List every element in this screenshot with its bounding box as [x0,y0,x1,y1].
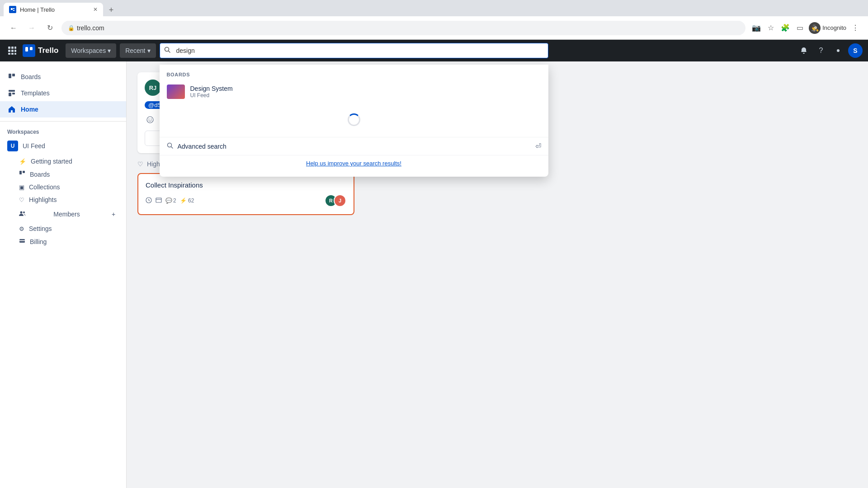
recent-button[interactable]: Recent ▾ [120,43,156,58]
svg-rect-10 [25,47,28,52]
board-info: Design System UI Feed [190,85,233,99]
home-icon [7,105,16,114]
incognito-profile[interactable]: 🕵 Incognito [809,22,846,34]
tab-close-button[interactable]: ✕ [93,6,98,13]
highlights-icon: ♡ [19,197,24,203]
card-icon-4: ⚡ 62 [180,197,194,204]
workspace-name: UI Feed [23,142,45,150]
search-input-wrap [160,43,548,58]
browser-icons: 📷 ☆ 🧩 ▭ 🕵 Incognito ⋮ [751,22,861,34]
sidebar-icon[interactable]: ▭ [794,23,805,33]
sidebar-item-templates[interactable]: Templates [0,85,126,101]
back-button[interactable]: ← [7,22,20,34]
sidebar-sub-members[interactable]: Members + [0,206,126,222]
help-button[interactable]: ? [814,43,828,58]
chevron-down-icon: ▾ [108,47,111,54]
svg-rect-8 [11,53,14,55]
nav-right: ? S [797,43,863,58]
top-nav: Trello Workspaces ▾ Recent ▾ [0,40,868,61]
sub-settings-label: Settings [29,225,52,232]
workspaces-section-label: Workspaces [0,125,126,137]
sub-billing-label: Billing [30,238,47,245]
billing-icon [19,238,25,245]
camera-icon[interactable]: 📷 [751,23,762,33]
sidebar-sub-settings[interactable]: ⚙ Settings [0,222,126,235]
grid-menu-button[interactable] [5,44,19,57]
inspirations-footer: 💬 2 ⚡ 62 R J [146,194,346,207]
menu-icon[interactable]: ⋮ [850,23,861,33]
sidebar-item-boards[interactable]: Boards [0,69,126,85]
sub-boards-icon [19,170,25,178]
svg-rect-22 [19,171,22,174]
workspace-avatar: U [7,141,18,151]
reload-button[interactable]: ↻ [43,22,56,34]
card-icon-1 [146,197,152,205]
sidebar-sub-getting-started[interactable]: ⚡ Getting started [0,155,126,168]
spinner [348,113,360,126]
star-icon[interactable]: ☆ [765,23,776,33]
board-result-item[interactable]: Design System UI Feed [160,81,548,103]
search-wrapper: BOARDS Design System UI Feed [160,43,548,58]
comment-avatar-initials: RJ [149,84,157,91]
add-member-button[interactable]: + [108,209,119,220]
sidebar-item-home[interactable]: Home [0,101,126,117]
tab-favicon [9,6,16,13]
active-tab[interactable]: Home | Trello ✕ [4,3,103,16]
url-text: trello.com [77,24,104,32]
sidebar-sub-collections[interactable]: ▣ Collections [0,181,126,193]
extension-icon[interactable]: 🧩 [780,23,791,33]
url-bar[interactable]: 🔒 trello.com [61,21,745,35]
app: Trello Workspaces ▾ Recent ▾ [0,40,868,488]
settings-icon: ⚙ [19,225,24,232]
incognito-label: Incognito [822,24,846,31]
sidebar-sub-highlights[interactable]: ♡ Highlights [0,193,126,206]
svg-rect-11 [30,47,33,50]
trello-logo[interactable]: Trello [23,44,58,57]
sidebar-sub-boards[interactable]: Boards [0,168,126,181]
svg-point-16 [837,49,840,52]
templates-icon [7,89,16,98]
svg-rect-32 [156,198,161,202]
sidebar-home-label: Home [21,106,38,113]
svg-line-15 [171,146,173,148]
trello-logo-icon [23,44,35,57]
svg-rect-20 [9,93,11,96]
highlights-heart-icon: ♡ [137,160,143,168]
theme-button[interactable] [831,43,845,58]
svg-point-28 [147,117,153,123]
sidebar: Boards Templates [0,61,127,488]
svg-rect-6 [14,50,16,52]
boards-section-label: BOARDS [160,70,548,81]
notification-bell-button[interactable] [797,43,811,58]
workspace-item[interactable]: U UI Feed [0,137,126,155]
card-avatars: R J [328,194,346,207]
sub-highlights-label: Highlights [29,196,57,203]
sidebar-templates-label: Templates [21,89,50,97]
inspirations-title: Collect Inspirations [146,181,346,189]
sidebar-sub-billing[interactable]: Billing [0,235,126,248]
search-input[interactable] [160,43,548,58]
inspirations-card[interactable]: Collect Inspirations [137,173,354,215]
board-workspace: UI Feed [190,92,233,99]
sub-boards-label: Boards [30,171,50,178]
advanced-search-label: Advanced search [178,143,226,150]
avatar-2: J [334,194,346,207]
user-avatar[interactable]: S [848,43,863,58]
advanced-search-row[interactable]: Advanced search ⏎ [160,137,548,155]
collections-icon: ▣ [19,184,24,191]
svg-rect-9 [14,53,16,55]
workspaces-button[interactable]: Workspaces ▾ [66,43,116,58]
svg-rect-27 [19,240,25,241]
sidebar-divider [0,121,126,122]
forward-button[interactable]: → [25,22,38,34]
sub-members-label: Members [53,211,80,218]
new-tab-button[interactable]: + [105,4,118,16]
address-bar: ← → ↻ 🔒 trello.com 📷 ☆ 🧩 ▭ 🕵 Incognito ⋮ [0,16,868,40]
svg-rect-5 [11,50,14,52]
svg-rect-4 [8,50,10,52]
chevron-down-icon: ▾ [147,47,151,54]
tab-title: Home | Trello [20,6,55,13]
help-link[interactable]: Help us improve your search results! [160,155,548,171]
svg-rect-21 [12,93,15,94]
enter-icon: ⏎ [535,142,541,150]
